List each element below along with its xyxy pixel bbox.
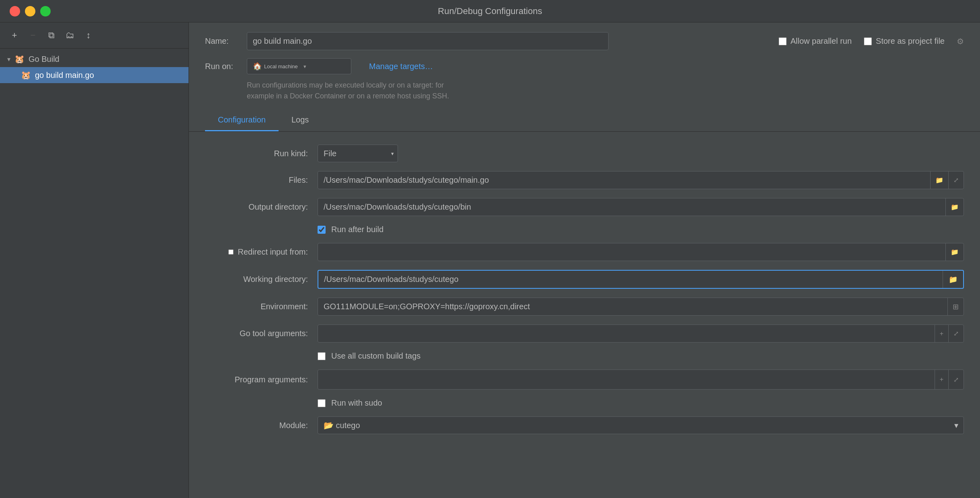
output-dir-side-buttons: 📁 xyxy=(945,198,964,216)
run-kind-row: Run kind: File Package Directory xyxy=(205,145,964,162)
sidebar-item-label: go build main.go xyxy=(35,71,94,80)
hint-text: Run configurations may be executed local… xyxy=(247,80,964,102)
redirect-input-from-checkbox-label: Redirect input from: xyxy=(205,247,318,257)
redirect-input-from-label: Redirect input from: xyxy=(238,247,308,257)
go-tool-side-buttons: + ⤢ xyxy=(935,325,964,342)
dropdown-arrow-icon: ▾ xyxy=(303,63,306,69)
remove-config-button[interactable]: − xyxy=(26,28,40,43)
output-dir-input-wrapper: 📁 xyxy=(318,198,964,216)
sidebar-item-go-build-main[interactable]: 🐹 go build main.go xyxy=(0,67,189,83)
module-row: Module: 📂 cutego xyxy=(205,416,964,434)
working-dir-browse-button[interactable]: 📁 xyxy=(943,271,963,288)
files-row: Files: 📁 ⤢ xyxy=(205,171,964,189)
window-title: Run/Debug Configurations xyxy=(438,6,542,16)
allow-parallel-run-checkbox[interactable] xyxy=(779,37,787,45)
run-with-sudo-label: Run with sudo xyxy=(331,398,382,408)
go-tool-add-button[interactable]: + xyxy=(935,325,948,342)
sidebar-toolbar: + − ⧉ 🗂 ↕ xyxy=(0,22,189,49)
environment-input[interactable] xyxy=(318,298,947,315)
tree-group-header[interactable]: ▾ 🐹 Go Build xyxy=(0,51,189,67)
config-content: Run kind: File Package Directory Fil xyxy=(189,132,980,498)
run-after-build-checkbox[interactable] xyxy=(318,226,326,234)
module-select-wrapper: 📂 cutego xyxy=(318,416,964,434)
run-kind-field: File Package Directory xyxy=(318,145,964,162)
go-tool-arguments-row: Go tool arguments: + ⤢ xyxy=(205,325,964,343)
go-tool-arguments-field: + ⤢ xyxy=(318,325,964,343)
use-all-custom-build-tags-label: Use all custom build tags xyxy=(331,351,420,361)
run-with-sudo-checkbox[interactable] xyxy=(318,399,326,407)
files-browse-button[interactable]: 📁 xyxy=(931,171,948,189)
tab-configuration[interactable]: Configuration xyxy=(205,110,279,131)
files-input[interactable] xyxy=(318,171,930,189)
files-input-wrapper: 📁 ⤢ xyxy=(318,171,964,189)
output-dir-browse-button[interactable]: 📁 xyxy=(946,198,964,216)
right-panel: Name: Allow parallel run Store as projec… xyxy=(189,22,980,498)
output-directory-label: Output directory: xyxy=(205,202,318,212)
gear-icon[interactable]: ⚙ xyxy=(957,37,964,46)
program-args-expand-button[interactable]: ⤢ xyxy=(948,370,964,389)
allow-parallel-run-text: Allow parallel run xyxy=(791,37,852,46)
name-input[interactable] xyxy=(247,32,609,50)
program-arguments-input[interactable] xyxy=(318,370,935,389)
environment-label: Environment: xyxy=(205,302,318,311)
allow-parallel-run-label[interactable]: Allow parallel run xyxy=(779,37,852,46)
program-args-add-button[interactable]: + xyxy=(935,370,948,389)
tree-group-go-build: ▾ 🐹 Go Build 🐹 go build main.go xyxy=(0,51,189,83)
run-kind-wrapper: File Package Directory xyxy=(318,145,398,162)
working-directory-input[interactable] xyxy=(318,271,943,288)
maximize-button[interactable] xyxy=(40,6,51,16)
header-checkboxes: Allow parallel run Store as project file… xyxy=(779,37,964,46)
main-content: + − ⧉ 🗂 ↕ ▾ 🐹 Go Build 🐹 go build main.g… xyxy=(0,22,980,498)
files-label: Files: xyxy=(205,176,318,185)
redirect-browse-button[interactable]: 📁 xyxy=(946,243,964,261)
local-machine-dropdown[interactable]: 🏠 Local machine ▾ xyxy=(247,58,351,74)
manage-targets-link[interactable]: Manage targets… xyxy=(369,62,433,71)
working-dir-input-wrapper: 📁 xyxy=(318,270,964,289)
store-as-project-file-text: Store as project file xyxy=(876,37,945,46)
program-arguments-row: Program arguments: + ⤢ xyxy=(205,369,964,390)
move-to-folder-button[interactable]: 🗂 xyxy=(63,28,77,43)
store-as-project-file-checkbox[interactable] xyxy=(864,37,872,45)
traffic-lights xyxy=(10,6,51,16)
redirect-input-from-checkbox[interactable] xyxy=(228,249,234,255)
program-arguments-field: + ⤢ xyxy=(318,369,964,390)
go-tool-arguments-label: Go tool arguments: xyxy=(205,329,318,338)
redirect-input-row: Redirect input from: 📁 xyxy=(205,243,964,261)
store-as-project-file-label[interactable]: Store as project file xyxy=(864,37,945,46)
files-expand-button[interactable]: ⤢ xyxy=(948,171,964,189)
run-kind-select[interactable]: File Package Directory xyxy=(318,145,398,162)
go-tool-arguments-input[interactable] xyxy=(318,325,935,342)
run-after-build-label: Run after build xyxy=(331,225,383,234)
tab-logs[interactable]: Logs xyxy=(279,110,322,131)
sort-button[interactable]: ↕ xyxy=(81,28,96,43)
go-tool-expand-button[interactable]: ⤢ xyxy=(948,325,964,342)
environment-field: ⊞ xyxy=(318,298,964,316)
run-on-row: Run on: 🏠 Local machine ▾ Manage targets… xyxy=(205,58,964,74)
program-args-side-buttons: + ⤢ xyxy=(935,370,964,389)
title-bar: Run/Debug Configurations xyxy=(0,0,980,22)
environment-edit-button[interactable]: ⊞ xyxy=(947,298,964,315)
go-build-icon: 🐹 xyxy=(14,54,25,64)
go-tool-arguments-wrapper: + ⤢ xyxy=(318,325,964,343)
use-all-custom-build-tags-checkbox[interactable] xyxy=(318,352,326,360)
close-button[interactable] xyxy=(10,6,20,16)
redirect-input-wrapper: 📁 xyxy=(318,243,964,261)
redirect-input-from-input[interactable] xyxy=(318,243,945,261)
add-config-button[interactable]: + xyxy=(7,28,22,43)
run-with-sudo-row: Run with sudo xyxy=(318,398,964,408)
minimize-button[interactable] xyxy=(25,6,35,16)
run-kind-label: Run kind: xyxy=(205,149,318,158)
custom-build-tags-row: Use all custom build tags xyxy=(318,351,964,361)
tabs-row: Configuration Logs xyxy=(205,110,964,131)
module-select[interactable]: 📂 cutego xyxy=(318,416,964,434)
module-field: 📂 cutego xyxy=(318,416,964,434)
output-directory-input[interactable] xyxy=(318,198,945,216)
module-label: Module: xyxy=(205,421,318,430)
main-window: Run/Debug Configurations + − ⧉ 🗂 ↕ ▾ 🐹 G… xyxy=(0,0,980,498)
copy-config-button[interactable]: ⧉ xyxy=(44,28,59,43)
go-file-icon: 🐹 xyxy=(21,70,31,80)
output-directory-field: 📁 xyxy=(318,198,964,216)
sidebar-tree: ▾ 🐹 Go Build 🐹 go build main.go xyxy=(0,49,189,498)
files-field: 📁 ⤢ xyxy=(318,171,964,189)
run-after-build-row: Run after build xyxy=(318,225,964,234)
